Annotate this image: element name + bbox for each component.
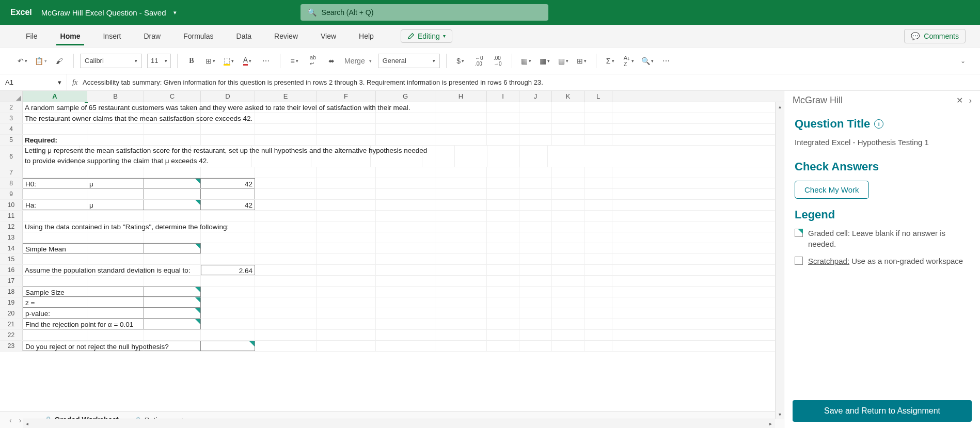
cell-I22[interactable] (487, 330, 519, 340)
cell-L10[interactable] (584, 200, 612, 210)
cell-J8[interactable] (519, 178, 552, 188)
cell-D11[interactable] (201, 211, 255, 221)
row-header-12[interactable]: 12 (0, 221, 23, 232)
cell-G16[interactable] (376, 265, 435, 275)
cell-J14[interactable] (519, 243, 552, 253)
cell-C20[interactable] (144, 308, 201, 319)
format-table-button[interactable]: ▦▾ (537, 53, 552, 69)
tab-insert[interactable]: Insert (91, 27, 132, 45)
tab-view[interactable]: View (309, 27, 347, 45)
wrap-text-button[interactable]: ab↵ (305, 53, 321, 69)
cell-H21[interactable] (435, 319, 487, 329)
cell-L11[interactable] (584, 211, 612, 221)
cell-B5[interactable] (87, 135, 144, 145)
cell-K7[interactable] (552, 167, 584, 178)
cell-L7[interactable] (584, 167, 612, 178)
cell-A11[interactable] (23, 211, 87, 221)
cell-F15[interactable] (317, 254, 376, 264)
formula-text[interactable]: Accessibility tab summary: Given informa… (83, 78, 543, 86)
spreadsheet-grid[interactable]: A B C D E F G H I J K L 2A random sample… (0, 91, 784, 428)
currency-button[interactable]: $▾ (453, 53, 468, 69)
cell-E3[interactable] (255, 113, 317, 123)
cell-A2[interactable]: A random sample of 65 restaurant custome… (23, 102, 87, 113)
cell-A22[interactable] (23, 330, 87, 340)
row-header-21[interactable]: 21 (0, 319, 23, 329)
cell-G17[interactable] (376, 276, 435, 286)
scroll-down-icon[interactable]: ▾ (776, 410, 784, 419)
font-color-button[interactable]: A▾ (240, 53, 255, 69)
decrease-decimal-button[interactable]: .00→0 (490, 53, 505, 69)
cell-J5[interactable] (519, 135, 552, 145)
cell-J4[interactable] (519, 124, 552, 134)
cell-I11[interactable] (487, 211, 519, 221)
cell-L13[interactable] (584, 232, 612, 243)
cell-B23[interactable] (87, 341, 144, 351)
cell-F17[interactable] (317, 276, 376, 286)
cell-B10[interactable]: μ (87, 200, 144, 210)
cell-E15[interactable] (255, 254, 317, 264)
cell-J3[interactable] (519, 113, 552, 123)
cell-A8[interactable]: H0: (23, 178, 87, 188)
cell-A15[interactable] (23, 254, 87, 264)
row-header-4[interactable]: 4 (0, 124, 23, 134)
row-header-18[interactable]: 18 (0, 287, 23, 297)
row-5[interactable]: 5Required: (0, 135, 784, 146)
cell-D14[interactable] (201, 243, 255, 253)
col-header-K[interactable]: K (552, 91, 584, 102)
cell-I23[interactable] (487, 341, 519, 351)
col-header-D[interactable]: D (201, 91, 255, 102)
row-8[interactable]: 8H0:μ42 (0, 178, 784, 189)
cell-G20[interactable] (376, 308, 435, 319)
cell-F16[interactable] (317, 265, 376, 275)
ribbon-expand-chevron-icon[interactable]: ⌄ (960, 57, 966, 65)
cell-G8[interactable] (376, 178, 435, 188)
cell-E13[interactable] (255, 232, 317, 243)
cell-K10[interactable] (552, 200, 584, 210)
cell-K4[interactable] (552, 124, 584, 134)
row-10[interactable]: 10Ha:μ42 (0, 200, 784, 211)
cell-D20[interactable] (201, 308, 255, 319)
cell-I8[interactable] (487, 178, 519, 188)
cell-I3[interactable] (487, 113, 519, 123)
row-header-19[interactable]: 19 (0, 297, 23, 308)
cell-J21[interactable] (519, 319, 552, 329)
cell-B15[interactable] (87, 254, 144, 264)
mode-editing-button[interactable]: Editing ▾ (401, 29, 452, 43)
tab-review[interactable]: Review (263, 27, 309, 45)
cell-D17[interactable] (201, 276, 255, 286)
cell-K17[interactable] (552, 276, 584, 286)
fill-color-button[interactable]: ⬚▾ (221, 53, 236, 69)
cell-J11[interactable] (519, 211, 552, 221)
cell-D21[interactable] (201, 319, 255, 329)
cell-L16[interactable] (584, 265, 612, 275)
panel-toggle-icon[interactable]: › (969, 96, 972, 105)
cell-K2[interactable] (552, 102, 584, 113)
cell-C21[interactable] (144, 319, 201, 329)
cell-C15[interactable] (144, 254, 201, 264)
cell-L19[interactable] (584, 297, 612, 308)
cell-G7[interactable] (376, 167, 435, 178)
scroll-up-icon[interactable]: ▴ (776, 102, 784, 111)
cell-B22[interactable] (87, 330, 144, 340)
cell-A12[interactable]: Using the data contained in tab "Ratings… (23, 221, 87, 232)
cell-E18[interactable] (255, 287, 317, 297)
cell-K15[interactable] (552, 254, 584, 264)
cell-E14[interactable] (255, 243, 317, 253)
row-18[interactable]: 18Sample Size (0, 287, 784, 297)
cell-L4[interactable] (584, 124, 612, 134)
cell-I14[interactable] (487, 243, 519, 253)
cell-A4[interactable] (23, 124, 87, 134)
cell-J10[interactable] (519, 200, 552, 210)
cell-A23[interactable]: Do you reject or not reject the null hyp… (23, 341, 87, 351)
cell-J20[interactable] (519, 308, 552, 319)
check-my-work-button[interactable]: Check My Work (795, 181, 869, 199)
cell-C10[interactable] (144, 200, 201, 210)
tab-formulas[interactable]: Formulas (172, 27, 225, 45)
cell-B8[interactable]: μ (87, 178, 144, 188)
cell-H17[interactable] (435, 276, 487, 286)
cell-F7[interactable] (317, 167, 376, 178)
cell-E21[interactable] (255, 319, 317, 329)
cell-E4[interactable] (255, 124, 317, 134)
row-header-23[interactable]: 23 (0, 341, 23, 351)
cell-F19[interactable] (317, 297, 376, 308)
